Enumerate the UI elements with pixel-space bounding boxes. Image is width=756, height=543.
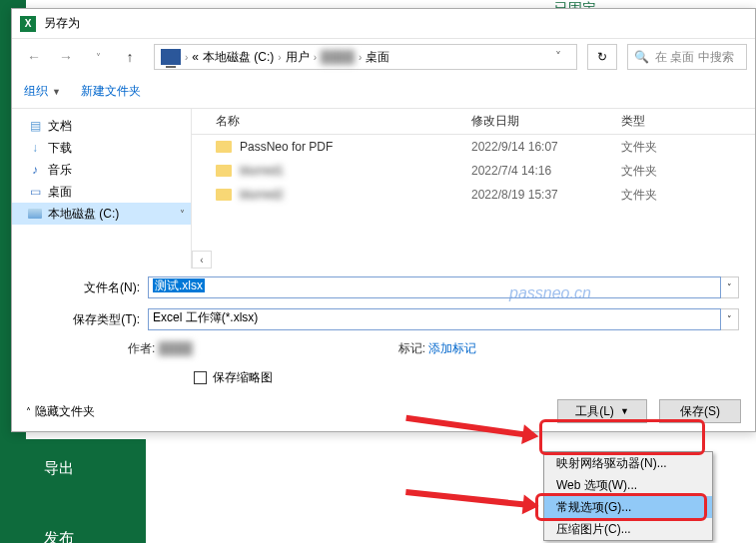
savetype-dropdown[interactable]: ˅ [721,308,739,330]
titlebar: X 另存为 [12,9,755,39]
list-header: 名称 修改日期 类型 [192,109,755,135]
desktop-icon: ▭ [28,185,42,199]
recent-dropdown[interactable]: ˅ [84,43,112,71]
col-date[interactable]: 修改日期 [471,113,621,130]
document-icon: ▤ [28,119,42,133]
expand-icon[interactable]: ˅ [180,209,185,220]
folder-icon [216,189,232,201]
download-icon: ↓ [28,141,42,155]
breadcrumb[interactable]: › « 本地磁盘 (C:) › 用户 › ████ › 桌面 ˅ [154,44,577,70]
save-as-dialog: X 另存为 ← → ˅ ↑ › « 本地磁盘 (C:) › 用户 › ████ … [11,8,756,432]
dialog-title: 另存为 [44,15,80,32]
save-button[interactable]: 保存(S) [659,399,741,423]
new-folder-button[interactable]: 新建文件夹 [81,83,141,100]
nav-bar: ← → ˅ ↑ › « 本地磁盘 (C:) › 用户 › ████ › 桌面 ˅… [12,39,755,75]
nav-cdrive[interactable]: 本地磁盘 (C:)˅ [12,203,191,225]
crumb-username[interactable]: ████ [321,50,355,64]
disk-icon [28,207,42,221]
nav-desktop[interactable]: ▭桌面 [12,181,191,203]
search-placeholder: 在 桌面 中搜索 [655,49,734,66]
menu-map-drive[interactable]: 映射网络驱动器(N)... [544,452,712,474]
forward-button: → [52,43,80,71]
excel-menu-export[interactable]: 导出 [44,459,74,478]
search-input[interactable]: 🔍 在 桌面 中搜索 [627,44,747,70]
add-tags-link[interactable]: 添加标记 [428,341,476,355]
folder-icon [216,141,232,153]
crumb-overflow[interactable]: « [192,50,199,64]
breadcrumb-dropdown[interactable]: ˅ [546,45,570,69]
col-type[interactable]: 类型 [621,113,711,130]
savetype-select[interactable]: Excel 工作簿(*.xlsx) [148,308,721,330]
chevron-right-icon: › [278,52,281,63]
author-value[interactable]: ████ [159,341,219,355]
menu-web-options[interactable]: Web 选项(W)... [544,474,712,496]
search-icon: 🔍 [634,50,649,64]
excel-menu-publish[interactable]: 发布 [44,529,74,543]
chevron-right-icon: › [359,52,362,63]
author-label: 作者: [128,341,155,355]
organize-menu[interactable]: 组织▼ [24,83,61,100]
refresh-button[interactable]: ↻ [587,44,617,70]
menu-compress-pics[interactable]: 压缩图片(C)... [544,518,712,540]
list-item[interactable]: blurred1 2022/7/4 14:16 文件夹 [192,159,755,183]
chevron-right-icon: › [314,52,317,63]
folder-icon [216,165,232,177]
list-item[interactable]: blurred2 2022/8/19 15:37 文件夹 [192,183,755,207]
nav-music[interactable]: ♪音乐 [12,159,191,181]
tools-button[interactable]: 工具(L)▼ [557,399,647,423]
toolbar: 组织▼ 新建文件夹 [12,75,755,109]
hide-folders-toggle[interactable]: ˄隐藏文件夹 [26,403,95,420]
filename-label: 文件名(N): [28,279,148,296]
crumb-cdrive[interactable]: 本地磁盘 (C:) [203,49,274,66]
nav-documents[interactable]: ▤文档 [12,115,191,137]
menu-general-options[interactable]: 常规选项(G)... [544,496,712,518]
thumbnail-checkbox[interactable] [194,371,207,384]
excel-icon: X [20,16,36,32]
music-icon: ♪ [28,163,42,177]
tags-label: 标记: [398,341,425,355]
form-area: 文件名(N): 测试.xlsx ˅ 保存类型(T): Excel 工作簿(*.x… [12,269,755,392]
chevron-down-icon: ▼ [52,87,61,97]
chevron-right-icon: › [185,52,188,63]
crumb-users[interactable]: 用户 [286,49,310,66]
thumbnail-label: 保存缩略图 [213,369,273,386]
up-button[interactable]: ↑ [116,43,144,71]
tools-dropdown-menu: 映射网络驱动器(N)... Web 选项(W)... 常规选项(G)... 压缩… [543,451,713,541]
list-item[interactable]: PassNeo for PDF 2022/9/14 16:07 文件夹 [192,135,755,159]
back-button[interactable]: ← [20,43,48,71]
crumb-desktop[interactable]: 桌面 [366,49,389,66]
file-list: 名称 修改日期 类型 PassNeo for PDF 2022/9/14 16:… [192,109,755,269]
savetype-label: 保存类型(T): [28,311,148,328]
collapse-icon: ˄ [26,406,31,417]
pc-icon [161,49,181,65]
nav-pane: ▤文档 ↓下载 ♪音乐 ▭桌面 本地磁盘 (C:)˅ [12,109,192,269]
nav-downloads[interactable]: ↓下载 [12,137,191,159]
annotation-arrow [405,489,539,509]
filename-input[interactable]: 测试.xlsx [148,276,721,298]
scroll-left-icon[interactable]: ‹ [192,251,212,269]
filename-dropdown[interactable]: ˅ [721,276,739,298]
chevron-down-icon: ▼ [620,406,629,416]
col-name[interactable]: 名称 [192,113,471,130]
dialog-footer: ˄隐藏文件夹 工具(L)▼ 保存(S) [26,399,741,423]
